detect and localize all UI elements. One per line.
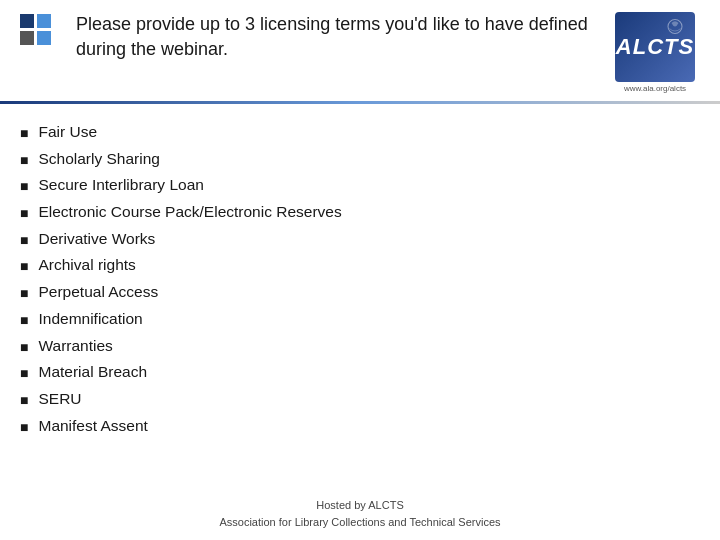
list-item-text: Warranties (38, 334, 112, 358)
footer-line1: Hosted by ALCTS (316, 499, 403, 511)
bullet-icon: ■ (20, 123, 28, 145)
list-item-text: Scholarly Sharing (38, 147, 159, 171)
square-1 (20, 14, 34, 28)
header-divider (0, 101, 720, 104)
list-item-text: Derivative Works (38, 227, 155, 251)
list-item-text: SERU (38, 387, 81, 411)
title-line1: Please provide up to 3 licensing terms y… (76, 14, 588, 34)
list-item-text: Material Breach (38, 360, 147, 384)
list-item-text: Secure Interlibrary Loan (38, 173, 203, 197)
top-bar: Please provide up to 3 licensing terms y… (0, 0, 720, 101)
list-item: ■Material Breach (20, 360, 700, 385)
list-item: ■Indemnification (20, 307, 700, 332)
logo-url: www.ala.org/alcts (624, 84, 686, 93)
bullet-icon: ■ (20, 176, 28, 198)
square-4 (37, 31, 51, 45)
list-item-text: Fair Use (38, 120, 97, 144)
square-2 (37, 14, 51, 28)
title-line2: during the webinar. (76, 39, 228, 59)
list-item: ■Perpetual Access (20, 280, 700, 305)
list-item: ■SERU (20, 387, 700, 412)
square-3 (20, 31, 34, 45)
list-item: ■Electronic Course Pack/Electronic Reser… (20, 200, 700, 225)
bullet-icon: ■ (20, 150, 28, 172)
page-title: Please provide up to 3 licensing terms y… (76, 12, 590, 62)
list-item: ■Warranties (20, 334, 700, 359)
list-item: ■Archival rights (20, 253, 700, 278)
list-item: ■Scholarly Sharing (20, 147, 700, 172)
logo-area: ALCTS www.ala.org/alcts (610, 12, 700, 93)
footer-line2: Association for Library Collections and … (219, 516, 500, 528)
logo-box: ALCTS (615, 12, 695, 82)
list-item: ■Manifest Assent (20, 414, 700, 439)
bullet-icon: ■ (20, 203, 28, 225)
footer-text: Hosted by ALCTS Association for Library … (0, 497, 720, 530)
list-item-text: Electronic Course Pack/Electronic Reserv… (38, 200, 341, 224)
list-item: ■Fair Use (20, 120, 700, 145)
term-list: ■Fair Use■Scholarly Sharing■Secure Inter… (20, 120, 700, 438)
list-item-text: Manifest Assent (38, 414, 147, 438)
main-content: ■Fair Use■Scholarly Sharing■Secure Inter… (0, 120, 720, 438)
bullet-icon: ■ (20, 283, 28, 305)
list-item: ■Derivative Works (20, 227, 700, 252)
list-item-text: Perpetual Access (38, 280, 158, 304)
bullet-icon: ■ (20, 363, 28, 385)
bullet-icon: ■ (20, 310, 28, 332)
logo-decoration-svg (661, 16, 689, 44)
bullet-icon: ■ (20, 417, 28, 439)
footer: Hosted by ALCTS Association for Library … (0, 497, 720, 530)
bullet-icon: ■ (20, 256, 28, 278)
list-item-text: Indemnification (38, 307, 142, 331)
decorative-squares (20, 14, 56, 45)
list-item-text: Archival rights (38, 253, 135, 277)
bullet-icon: ■ (20, 337, 28, 359)
list-item: ■Secure Interlibrary Loan (20, 173, 700, 198)
header-content: Please provide up to 3 licensing terms y… (56, 12, 610, 62)
bullet-icon: ■ (20, 390, 28, 412)
bullet-icon: ■ (20, 230, 28, 252)
